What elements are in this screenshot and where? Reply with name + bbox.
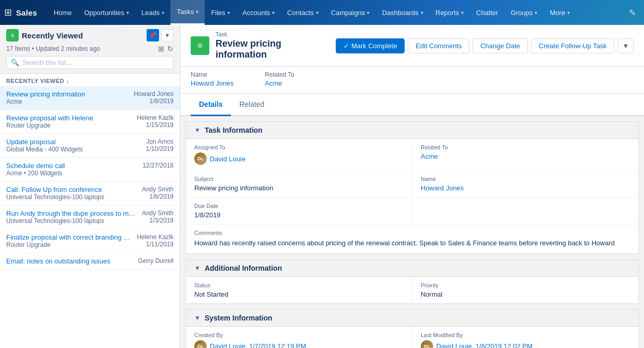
navbar: ⊞ Sales HomeOpportunities▾Leads▾Tasks▾Fi… (0, 0, 644, 25)
sidebar-item-date: 1/15/2019 (137, 121, 174, 129)
additional-info-body: Status Not Started ✎ Priority Normal ✎ (186, 277, 638, 303)
list-item[interactable]: Update proposalGlobal Media - 400 Widget… (0, 134, 180, 158)
nav-item-opportunities[interactable]: Opportunities▾ (78, 0, 135, 25)
sidebar-item-date: 1/8/2019 (142, 193, 174, 200)
nav-item-campaigns[interactable]: Campaigns▾ (325, 0, 376, 25)
sidebar-item-person: Helene Kazlk (137, 233, 174, 241)
sidebar-item-right: Helene Kazlk1/15/2019 (137, 114, 174, 129)
sidebar-item-right: Helene Kazlk1/11/2019 (137, 233, 174, 248)
mark-complete-button[interactable]: ✓ Mark Complete (336, 38, 405, 53)
sidebar-item-title: Schedule demo call (6, 162, 138, 170)
task-info-section-header[interactable]: ▼ Task Information (186, 122, 638, 139)
subject-value: Review pricing information (194, 184, 404, 192)
nav-item-dashboards[interactable]: Dashboards▾ (376, 0, 429, 25)
sidebar-meta-row: 17 Items • Updated 2 minutes ago ⊞ ↻ (6, 45, 174, 53)
task-title: Review pricing information (216, 38, 330, 60)
sidebar-item-subtitle: Universal Technologies-100 laptops (6, 193, 138, 201)
list-item[interactable]: Schedule demo callAcme • 200 Widgets12/2… (0, 158, 180, 182)
list-item[interactable]: Finalize proposal with correct branding … (0, 229, 180, 253)
sidebar-item-title: Finalize proposal with correct branding … (6, 233, 133, 241)
nav-chevron: ▾ (461, 10, 464, 16)
nav-item-reports[interactable]: Reports▾ (430, 0, 470, 25)
sidebar-item-subtitle: Router Upgrade (6, 241, 133, 248)
list-item[interactable]: Call: Follow Up from conferenceUniversal… (0, 182, 180, 205)
nav-chevron: ▾ (535, 10, 537, 16)
nav-item-accounts[interactable]: Accounts▾ (236, 0, 281, 25)
nav-item-chatter[interactable]: Chatter (470, 0, 505, 25)
system-info-section-header[interactable]: ▼ System Information (186, 310, 638, 327)
sidebar-item-right: Howard Jones1/8/2019 (134, 90, 174, 105)
nav-chevron: ▾ (196, 9, 198, 15)
nav-item-files[interactable]: Files▾ (205, 0, 236, 25)
more-actions-button[interactable]: ▼ (618, 38, 634, 53)
name-link[interactable]: Howard Jones (421, 184, 464, 192)
create-follow-up-button[interactable]: Create Follow-Up Task (531, 38, 614, 53)
status-value: Not Started (194, 290, 404, 298)
nav-item-leads[interactable]: Leads▾ (135, 0, 170, 25)
task-meta-row: Name Howard Jones Related To Acme (180, 67, 644, 94)
task-record-icon: ≡ (191, 36, 209, 55)
sidebar-item-right: Andy Smith1/3/2019 (142, 210, 174, 224)
change-date-button[interactable]: Change Date (473, 38, 528, 53)
related-to-link[interactable]: Acme (421, 152, 438, 160)
task-name-link[interactable]: Howard Jones (191, 79, 234, 87)
sidebar-list-view-icon[interactable]: ⊞ (158, 45, 164, 53)
content-area: ≡ Task Review pricing information ✓ Mark… (180, 25, 644, 348)
list-item[interactable]: Email: notes on outstanding issuesGerry … (0, 253, 180, 270)
list-item[interactable]: Run Andy through the dupe process to mak… (0, 205, 180, 229)
sidebar-item-person: Gerry Durrell (138, 257, 174, 265)
sidebar-item-left: Update proposalGlobal Media - 400 Widget… (6, 138, 142, 153)
sidebar-section-label: RECENTLY VIEWED ↓ (0, 74, 180, 86)
assigned-to-link[interactable]: David Louie (210, 155, 246, 163)
sidebar-item-right: Andy Smith1/8/2019 (142, 186, 174, 200)
nav-item-home[interactable]: Home (48, 0, 78, 25)
sidebar-item-person: Andy Smith (142, 186, 174, 193)
tab-details[interactable]: Details (191, 94, 231, 116)
sidebar-refresh-icon[interactable]: ↻ (167, 45, 174, 53)
sidebar-item-title: Call: Follow Up from conference (6, 186, 138, 193)
nav-item-more[interactable]: More▾ (543, 0, 576, 25)
nav-chevron: ▾ (567, 10, 570, 16)
field-row-status-priority: Status Not Started ✎ Priority Normal ✎ (186, 277, 638, 303)
sidebar-meta-text: 17 Items • Updated 2 minutes ago (6, 45, 100, 52)
task-info-chevron: ▼ (194, 127, 201, 134)
task-related-to-field: Related To Acme (265, 71, 294, 87)
grid-icon[interactable]: ⊞ (4, 7, 12, 18)
section-sort-icon: ↓ (66, 78, 69, 84)
sidebar-item-left: Review proposal with HeleneRouter Upgrad… (6, 114, 133, 129)
due-date-empty-cell (412, 198, 638, 224)
subject-cell: Subject Review pricing information ✎ (186, 171, 412, 197)
additional-info-section-header[interactable]: ▼ Additional Information (186, 260, 638, 277)
sidebar-item-right: Jon Amos1/10/2019 (146, 138, 174, 152)
sidebar-item-person: Howard Jones (134, 90, 174, 98)
nav-item-tasks[interactable]: Tasks▾ (170, 0, 205, 25)
task-related-to-link[interactable]: Acme (265, 79, 282, 87)
edit-comments-button[interactable]: Edit Comments (408, 38, 469, 53)
last-modified-cell: Last Modified By DL David Louie, 1/8/201… (412, 327, 638, 349)
comments-value: Howard has recently raised concerns abou… (194, 238, 630, 248)
created-by-avatar: DL (194, 340, 207, 349)
nav-chevron: ▾ (272, 10, 275, 16)
list-item[interactable]: Review proposal with HeleneRouter Upgrad… (0, 110, 180, 134)
due-date-value: 1/8/2019 (194, 211, 404, 219)
tab-related[interactable]: Related (231, 94, 273, 116)
search-input[interactable] (22, 59, 169, 66)
field-row-comments: Comments Howard has recently raised conc… (186, 225, 638, 254)
assigned-to-cell: Assigned To DL David Louie ✎ (186, 139, 412, 170)
sidebar-item-left: Review pricing informationAcme (6, 90, 130, 105)
app-name: Sales (16, 8, 37, 17)
due-date-cell: Due Date 1/8/2019 ✎ (186, 198, 412, 224)
assigned-to-avatar: DL (194, 152, 207, 165)
sidebar-collapse-button[interactable]: ▼ (161, 29, 174, 41)
task-type-label: Task (216, 31, 330, 37)
additional-info-chevron: ▼ (194, 265, 201, 272)
list-item[interactable]: Review pricing informationAcmeHoward Jon… (0, 86, 180, 110)
sidebar-item-title: Run Andy through the dupe process to mak… (6, 210, 138, 217)
field-row-created-modified: Created By DL David Louie, 1/7/2019 12:1… (186, 327, 638, 349)
nav-edit-icon[interactable]: ✎ (625, 8, 640, 18)
nav-item-contacts[interactable]: Contacts▾ (281, 0, 324, 25)
sidebar-item-date: 12/27/2018 (142, 162, 174, 169)
sidebar-pin-button[interactable]: 📌 (147, 29, 159, 41)
nav-chevron: ▾ (162, 10, 164, 16)
nav-item-groups[interactable]: Groups▾ (505, 0, 544, 25)
